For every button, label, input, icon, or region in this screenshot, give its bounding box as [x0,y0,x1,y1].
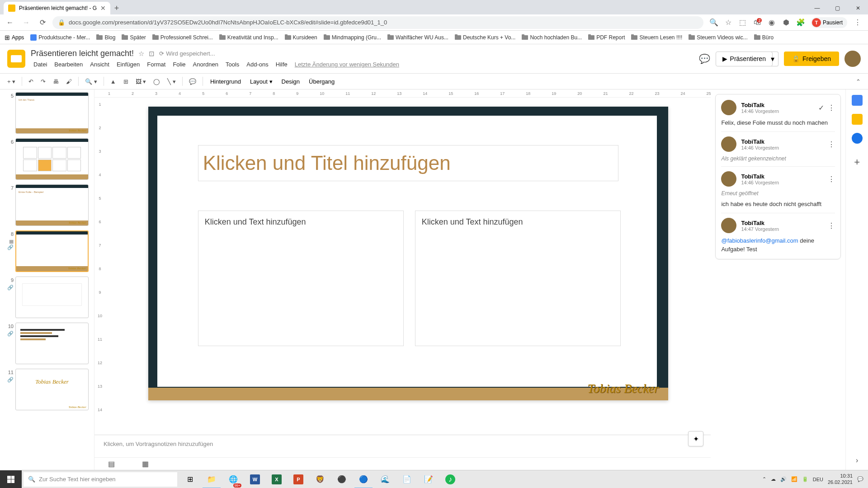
filmstrip-view-icon[interactable]: ▤ [108,460,115,468]
present-button[interactable]: ▶ Präsentieren [716,52,773,66]
extension-icon-1[interactable]: ⬚ [739,19,747,27]
grid-view-icon[interactable]: ▦ [142,460,149,468]
bookmark-folder[interactable]: Steuern Lesen !!!! [631,34,682,41]
extension-icon-4[interactable]: ⬢ [782,19,790,27]
comment-menu-icon[interactable]: ⋮ [828,175,835,183]
document-title[interactable]: Präsentieren leicht gemacht! [31,49,134,58]
comments-icon[interactable]: 💬 [699,53,710,64]
star-doc-icon[interactable]: ☆ [138,50,144,58]
explore-button[interactable]: ✦ [688,431,703,446]
zoom-icon[interactable]: 🔍 [710,19,718,27]
textbox-tool[interactable]: ⊞ [121,76,131,87]
taskbar-search[interactable]: 🔍 Zur Suche Text hier eingeben [24,472,177,487]
reload-button[interactable]: ⟳ [36,16,49,29]
start-button[interactable] [0,470,22,488]
tray-chevron-icon[interactable]: ⌃ [762,476,766,482]
tasks-icon[interactable] [852,133,863,144]
bookmark-folder[interactable]: Noch hochladen Bu... [522,34,582,41]
bookmark-folder[interactable]: Blog [96,34,115,41]
bookmark-folder[interactable]: Deutsche Kurs + Vo... [455,34,515,41]
browser-menu-icon[interactable]: ⋮ [854,19,862,27]
move-doc-icon[interactable]: ⊡ [149,50,155,58]
extensions-menu-icon[interactable]: 🧩 [797,19,805,27]
collapse-toolbar-icon[interactable]: ⌃ [853,76,863,87]
slide-thumbnail[interactable] [15,323,89,364]
onedrive-icon[interactable]: ☁ [771,476,776,482]
menu-edit[interactable]: Bearbeiten [52,60,85,69]
menu-tools[interactable]: Tools [223,60,242,69]
layout-button[interactable]: Layout ▾ [246,76,276,87]
comment-tool[interactable]: 💬 [186,76,199,87]
slides-logo[interactable] [7,50,25,68]
battery-icon[interactable]: 🔋 [802,476,808,482]
wifi-icon[interactable]: 📶 [791,476,797,482]
excel-icon[interactable]: X [266,470,288,488]
edge-icon[interactable]: 🌊 [374,470,396,488]
print-button[interactable]: 🖶 [50,76,61,87]
mention-link[interactable]: @fabiobaslerinfo@gmail.com [721,237,798,244]
last-change-link[interactable]: Letzte Änderung vor wenigen Sekunden [292,60,402,69]
obs-icon[interactable]: ⚫ [331,470,353,488]
bookmark-item[interactable]: Produktsuche - Mer... [30,34,90,41]
comment-thread[interactable]: TobiTalk 14:46 Vorgestern ✓ ⋮ Felix, die… [715,94,841,259]
close-tab-icon[interactable]: ✕ [100,5,106,12]
star-icon[interactable]: ☆ [724,19,732,27]
minimize-button[interactable]: — [807,2,827,14]
language-indicator[interactable]: DEU [813,477,823,482]
select-tool[interactable]: ▲ [108,76,119,87]
browser-tab[interactable]: Präsentieren leicht gemacht! - G ✕ [4,2,110,14]
extension-icon-3[interactable]: ◉ [768,19,776,27]
apps-button[interactable]: ⊞ Apps [5,34,24,41]
design-button[interactable]: Design [278,76,303,87]
menu-help[interactable]: Hilfe [273,60,290,69]
image-tool[interactable]: 🖼 ▾ [133,76,149,87]
close-window-button[interactable]: ✕ [848,2,868,14]
task-view-icon[interactable]: ⊞ [179,470,201,488]
undo-button[interactable]: ↶ [26,76,36,87]
spotify-icon[interactable]: ♪ [439,470,461,488]
bookmark-folder[interactable]: Kreativität und Insp... [219,34,278,41]
slide-thumbnail[interactable]: Ich bin Trend.Tobias Becker [15,92,89,134]
title-placeholder[interactable]: Klicken und Titel hinzufügen [198,145,618,181]
menu-arrange[interactable]: Anordnen [190,60,221,69]
comment-menu-icon[interactable]: ⋮ [828,221,835,230]
new-slide-button[interactable]: + ▾ [5,76,18,87]
menu-insert[interactable]: Einfügen [114,60,142,69]
menu-slide[interactable]: Folie [170,60,188,69]
bookmark-folder[interactable]: Mindmapping (Gru... [324,34,381,41]
user-avatar[interactable] [844,51,861,67]
word-icon[interactable]: W [244,470,266,488]
slide-thumbnail-active[interactable]: Tobias Becker [15,230,89,272]
share-button[interactable]: 🔒 Freigeben [784,52,839,66]
menu-format[interactable]: Format [144,60,168,69]
paint-format-button[interactable]: 🖌 [63,76,75,87]
menu-file[interactable]: Datei [31,60,50,69]
notifications-icon[interactable]: 💬 [857,476,863,482]
maximize-button[interactable]: ▢ [827,2,848,14]
calendar-icon[interactable] [852,95,863,106]
keep-icon[interactable] [852,114,863,125]
resolve-icon[interactable]: ✓ [818,103,824,112]
menu-addons[interactable]: Add-ons [244,60,271,69]
shape-tool[interactable]: ◯ [151,76,163,87]
slide-filmstrip[interactable]: 5Ich bin Trend.Tobias Becker 6 7Erste Fo… [0,89,94,470]
bookmark-folder[interactable]: Büro [754,34,774,41]
comment-menu-icon[interactable]: ⋮ [828,103,835,112]
add-addon-icon[interactable]: + [854,156,860,168]
forward-button[interactable]: → [20,16,33,29]
menu-view[interactable]: Ansicht [87,60,112,69]
bookmark-folder[interactable]: Später [122,34,146,41]
chrome-icon[interactable]: 🔵 [353,470,374,488]
bookmark-folder[interactable]: PDF Report [588,34,625,41]
slide-thumbnail[interactable]: Erste Folie - BeispielTobias Becker [15,184,89,226]
slide-thumbnail[interactable]: Tobias BeckerTobias Becker [15,369,89,410]
notepad-icon[interactable]: 📝 [418,470,439,488]
background-button[interactable]: Hintergrund [207,76,245,87]
extension-icon-2[interactable]: 🛍2 [753,19,761,27]
comment-menu-icon[interactable]: ⋮ [828,140,835,149]
bookmark-folder[interactable]: Kursideen [285,34,317,41]
profile-badge[interactable]: T Pausiert [811,17,847,28]
app-icon[interactable]: 📄 [396,470,418,488]
bookmark-folder[interactable]: Steuern Videos wic... [689,34,748,41]
body-placeholder-left[interactable]: Klicken und Text hinzufügen [198,211,404,346]
